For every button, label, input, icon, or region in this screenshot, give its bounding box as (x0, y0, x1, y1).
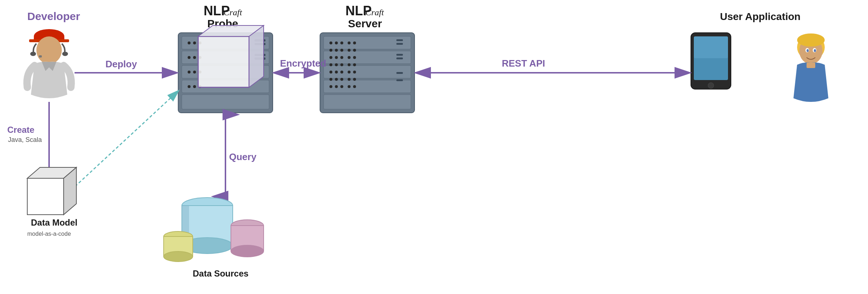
svg-rect-36 (198, 36, 249, 87)
svg-text:Create: Create (7, 125, 35, 135)
svg-point-49 (335, 49, 338, 52)
main-diagram-svg: Developer NLP Craft Probe NLP Craft Serv… (0, 0, 868, 294)
svg-text:Server: Server (348, 17, 382, 29)
svg-rect-82 (396, 54, 403, 56)
svg-text:Data Model: Data Model (31, 218, 77, 227)
svg-text:Java, Scala: Java, Scala (8, 136, 42, 143)
svg-point-72 (348, 63, 351, 66)
svg-point-79 (353, 85, 356, 88)
svg-text:Deploy: Deploy (105, 59, 137, 69)
svg-rect-80 (396, 39, 403, 41)
svg-rect-88 (694, 36, 728, 58)
developer-label: Developer (27, 10, 80, 22)
svg-rect-85 (396, 79, 403, 81)
svg-point-20 (188, 41, 191, 44)
svg-point-47 (340, 41, 343, 44)
svg-text:REST API: REST API (502, 58, 545, 69)
svg-point-63 (329, 85, 332, 88)
svg-point-57 (329, 71, 332, 74)
svg-point-61 (335, 78, 338, 81)
svg-point-77 (353, 78, 356, 81)
svg-point-53 (340, 56, 343, 59)
svg-point-75 (353, 71, 356, 74)
svg-point-71 (353, 56, 356, 59)
svg-point-92 (797, 33, 825, 47)
svg-point-4 (30, 52, 36, 56)
svg-rect-44 (324, 95, 411, 109)
svg-rect-97 (807, 63, 815, 68)
svg-point-76 (348, 78, 351, 81)
svg-point-58 (335, 71, 338, 74)
svg-point-74 (348, 71, 351, 74)
svg-point-23 (188, 56, 191, 59)
svg-point-48 (329, 49, 332, 52)
svg-text:Query: Query (229, 151, 257, 162)
svg-point-64 (335, 85, 338, 88)
svg-text:Craft: Craft (224, 8, 243, 17)
svg-point-69 (353, 49, 356, 52)
svg-rect-81 (396, 43, 403, 45)
svg-point-96 (814, 49, 816, 52)
svg-rect-117 (27, 178, 64, 215)
svg-point-46 (335, 41, 338, 44)
svg-point-68 (348, 49, 351, 52)
svg-point-29 (188, 85, 191, 88)
svg-point-65 (340, 85, 343, 88)
svg-point-73 (353, 63, 356, 66)
svg-rect-6 (39, 55, 42, 57)
svg-text:Data Sources: Data Sources (193, 269, 248, 278)
svg-rect-83 (396, 57, 403, 59)
svg-point-78 (348, 85, 351, 88)
svg-point-51 (329, 56, 332, 59)
svg-point-56 (340, 63, 343, 66)
svg-text:User Application: User Application (720, 11, 800, 22)
svg-point-45 (329, 41, 332, 44)
svg-text:Encrypted: Encrypted (280, 58, 326, 69)
svg-point-3 (36, 36, 62, 64)
svg-point-26 (188, 71, 191, 74)
svg-text:Craft: Craft (365, 8, 384, 17)
svg-point-50 (340, 49, 343, 52)
svg-point-95 (807, 49, 809, 52)
svg-marker-38 (249, 25, 264, 87)
svg-text:model-as-a-code: model-as-a-code (27, 231, 71, 237)
svg-point-52 (335, 56, 338, 59)
svg-point-27 (193, 71, 196, 74)
svg-rect-19 (182, 95, 269, 109)
svg-point-62 (340, 78, 343, 81)
svg-point-54 (329, 63, 332, 66)
svg-point-55 (335, 63, 338, 66)
svg-point-21 (193, 41, 196, 44)
svg-point-89 (708, 83, 714, 88)
svg-rect-84 (396, 72, 403, 74)
svg-point-5 (62, 52, 68, 56)
svg-point-30 (193, 85, 196, 88)
svg-point-128 (231, 245, 264, 257)
svg-point-67 (353, 41, 356, 44)
svg-point-59 (340, 71, 343, 74)
svg-point-24 (193, 56, 196, 59)
diagram-container: Developer NLP Craft Probe NLP Craft Serv… (0, 0, 868, 294)
svg-point-66 (348, 41, 351, 44)
svg-point-70 (348, 56, 351, 59)
svg-point-131 (164, 251, 193, 262)
svg-point-60 (329, 78, 332, 81)
